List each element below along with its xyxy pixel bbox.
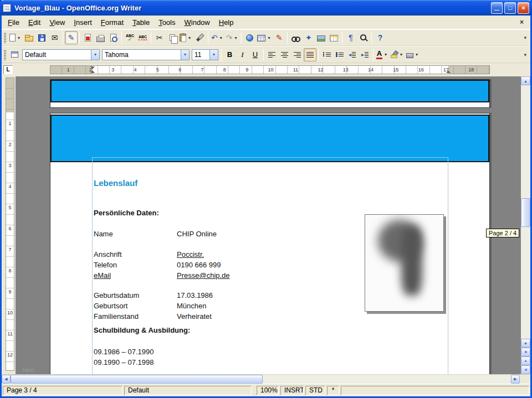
table-dropdown-icon[interactable]: ▾ (266, 35, 272, 40)
hyperlink-button[interactable] (243, 31, 256, 44)
new-dropdown-icon[interactable]: ▾ (16, 35, 22, 40)
increase-indent-button[interactable]: ▸ (359, 48, 371, 61)
previous-page-button[interactable]: « (521, 348, 530, 356)
vertical-ruler[interactable]: 123456789101112 (6, 77, 14, 371)
combo-dropdown-icon[interactable]: ▾ (181, 50, 189, 60)
next-page-button[interactable]: « (521, 365, 530, 374)
document-workspace[interactable]: Lebenslauf Persönliche Daten: Name CHIP … (16, 76, 521, 374)
align-right-button[interactable] (291, 48, 304, 61)
cut-button[interactable]: ✂ (153, 31, 166, 44)
titlebar[interactable]: Vorlage_Blau - OpenOffice.org Writer — □… (0, 0, 532, 15)
print-button[interactable] (94, 31, 107, 44)
font-size-combo[interactable]: 11 ▾ (192, 49, 218, 60)
font-color-button[interactable]: A▾ (375, 48, 390, 61)
font-name-combo[interactable]: Tahoma ▾ (102, 49, 190, 60)
left-indent-marker[interactable] (90, 70, 95, 73)
align-center-button[interactable] (278, 48, 291, 61)
toolbar-overflow-icon[interactable]: ▾ (521, 52, 529, 58)
edit-file-button[interactable]: ✎ (65, 31, 78, 44)
numbering-button[interactable] (320, 48, 333, 61)
scroll-left-button[interactable]: ◀ (2, 375, 11, 384)
scroll-right-button[interactable]: ▶ (511, 375, 520, 384)
autospellcheck-button[interactable]: ABC (136, 31, 149, 44)
underline-button[interactable]: U (249, 48, 262, 61)
right-indent-marker[interactable] (446, 70, 451, 73)
align-justify-button[interactable] (304, 48, 316, 61)
draw-functions-button[interactable]: ✎ (273, 31, 285, 44)
bold-button[interactable]: B (223, 48, 236, 61)
navigation-button[interactable]: ● (521, 356, 530, 365)
navigator-button[interactable]: ✦ (302, 31, 315, 44)
horizontal-scroll-thumb[interactable] (11, 375, 263, 384)
scroll-up-button[interactable]: ▲ (521, 76, 530, 85)
paste-button[interactable]: ▾ (178, 31, 193, 44)
menu-item[interactable]: Window (180, 16, 214, 29)
menu-item[interactable]: Edit (24, 16, 45, 29)
document-page[interactable]: Lebenslauf Persönliche Daten: Name CHIP … (50, 113, 490, 374)
close-button[interactable]: × (518, 2, 529, 14)
document-close-button[interactable]: × (515, 18, 529, 26)
toolbar-grip[interactable] (4, 49, 6, 60)
menu-item[interactable]: Help (214, 16, 238, 29)
highlighting-dropdown-icon[interactable]: ▾ (398, 52, 404, 57)
menu-item[interactable]: Table (128, 16, 154, 29)
tab-stop-selector[interactable]: L (3, 65, 13, 74)
background-dropdown-icon[interactable]: ▾ (414, 52, 420, 57)
data-sources-button[interactable] (328, 31, 340, 44)
toolbar-overflow-icon[interactable]: ▾ (521, 35, 529, 40)
combo-dropdown-icon[interactable]: ▾ (91, 50, 99, 60)
photo-placeholder[interactable] (365, 214, 444, 312)
status-page-style-field[interactable]: Default (124, 386, 252, 395)
paragraph-style-combo[interactable]: Default ▾ (22, 49, 100, 60)
vertical-scroll-track[interactable] (521, 85, 530, 339)
menu-item[interactable]: Tools (154, 16, 180, 29)
menu-item[interactable]: File (3, 16, 24, 29)
minimize-button[interactable]: — (491, 2, 503, 14)
font-color-dropdown-icon[interactable]: ▾ (383, 52, 388, 57)
save-button[interactable] (35, 31, 48, 44)
toolbar-grip[interactable] (4, 32, 6, 43)
status-zoom-field[interactable]: 100% (257, 386, 279, 395)
horizontal-scrollbar[interactable]: ◀ ▶ (2, 374, 530, 384)
menu-item[interactable]: Format (96, 16, 128, 29)
italic-button[interactable]: I (236, 48, 249, 61)
redo-button[interactable]: ↷▾ (225, 31, 240, 44)
spellcheck-button[interactable]: ABC✓ (124, 31, 136, 44)
scroll-down-button[interactable]: ▼ (521, 339, 530, 348)
status-insert-mode-field[interactable]: INSRT (280, 386, 304, 395)
redo-dropdown-icon[interactable]: ▾ (233, 35, 238, 40)
address-link[interactable]: Poccistr. (177, 250, 204, 259)
menu-item[interactable]: Insert (69, 16, 96, 29)
export-pdf-button[interactable] (81, 31, 94, 44)
first-line-indent-marker[interactable] (90, 66, 95, 69)
insert-table-button[interactable]: ▾ (256, 31, 273, 44)
format-paintbrush-button[interactable] (193, 31, 206, 44)
decrease-indent-button[interactable]: ◂ (346, 48, 359, 61)
maximize-button[interactable]: □ (504, 2, 516, 14)
zoom-button[interactable] (357, 31, 370, 44)
menu-item[interactable]: View (45, 16, 69, 29)
status-selection-mode-field[interactable]: STD (305, 386, 325, 395)
combo-dropdown-icon[interactable]: ▾ (209, 50, 218, 60)
nonprinting-characters-button[interactable]: ¶ (344, 31, 357, 44)
bullets-button[interactable] (333, 48, 346, 61)
email-button[interactable]: ✉ (48, 31, 61, 44)
horizontal-ruler[interactable]: 123456789101112131415161718 (50, 65, 490, 74)
email-link[interactable]: Presse@chip.de (177, 271, 230, 280)
undo-button[interactable]: ↶▾ (210, 31, 225, 44)
gallery-button[interactable] (315, 31, 328, 44)
vertical-scroll-thumb[interactable] (521, 198, 530, 227)
open-button[interactable] (23, 31, 35, 44)
styles-formatting-button[interactable] (8, 48, 21, 61)
paste-dropdown-icon[interactable]: ▾ (187, 35, 192, 40)
horizontal-scroll-track[interactable] (11, 375, 511, 384)
align-left-button[interactable] (265, 48, 278, 61)
highlighting-button[interactable]: ▾ (390, 48, 405, 61)
vertical-scrollbar[interactable]: ▲ ▼ « ● « (521, 76, 530, 374)
background-color-button[interactable]: ▾ (405, 48, 421, 61)
status-page-field[interactable]: Page 3 / 4 (3, 386, 122, 395)
find-replace-button[interactable] (289, 31, 302, 44)
page-preview-button[interactable] (107, 31, 120, 44)
undo-dropdown-icon[interactable]: ▾ (218, 35, 224, 40)
previous-page-bottom[interactable] (50, 79, 490, 108)
